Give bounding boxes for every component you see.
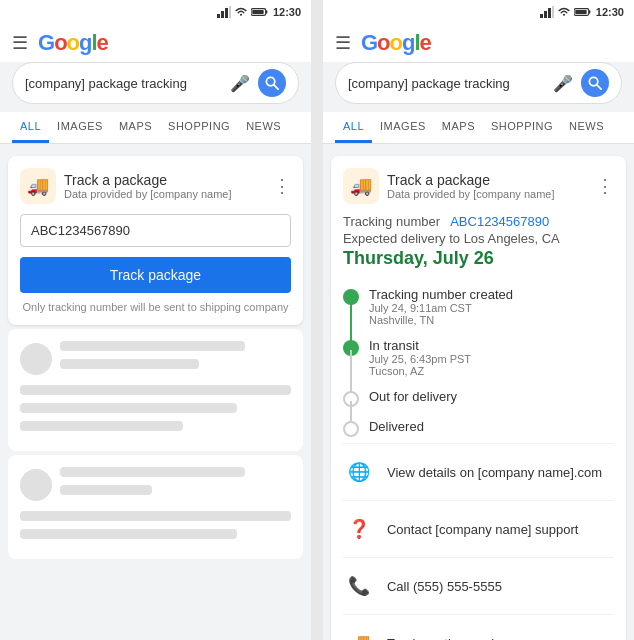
- timeline-title-4: Delivered: [369, 419, 424, 434]
- right-panel: 12:30 ☰ Google 🎤 ALL IMAGES MAPS SHOPPIN…: [323, 0, 634, 640]
- truck-icon-right: 🚚: [343, 168, 379, 204]
- timeline: Tracking number created July 24, 9:11am …: [343, 281, 614, 443]
- search-icon: [265, 76, 279, 90]
- phone-icon: 📞: [343, 570, 375, 602]
- timeline-title-1: Tracking number created: [369, 287, 513, 302]
- search-input-right[interactable]: [348, 76, 545, 91]
- status-bar-left: 12:30: [0, 0, 311, 24]
- svg-rect-3: [229, 6, 231, 18]
- track-package-button[interactable]: Track package: [20, 257, 291, 293]
- search-input-left[interactable]: [25, 76, 222, 91]
- timeline-item-3: Out for delivery: [343, 383, 614, 413]
- hamburger-menu-left[interactable]: ☰: [12, 32, 28, 54]
- status-bar-right: 12:30: [323, 0, 634, 24]
- card-header: 🚚 Track a package Data provided by [comp…: [20, 168, 291, 204]
- track-package-card: 🚚 Track a package Data provided by [comp…: [8, 156, 303, 325]
- search-bar-left[interactable]: 🎤: [12, 62, 299, 104]
- truck-icon: 🚚: [20, 168, 56, 204]
- svg-rect-0: [217, 14, 220, 18]
- skel-circle-2: [20, 469, 52, 501]
- svg-rect-9: [540, 14, 543, 18]
- truck-icon-action: 🚚: [343, 627, 375, 640]
- disclaimer-text: Only tracking number will be sent to shi…: [20, 301, 291, 313]
- tracking-number-input[interactable]: [20, 214, 291, 247]
- tab-images-right[interactable]: IMAGES: [372, 112, 434, 143]
- tab-news-left[interactable]: NEWS: [238, 112, 289, 143]
- battery-icon: [251, 6, 269, 18]
- action-contact-support[interactable]: ❓ Contact [company name] support: [343, 500, 614, 557]
- globe-icon: 🌐: [343, 456, 375, 488]
- card-subtitle: Data provided by [company name]: [64, 188, 232, 200]
- time-right: 12:30: [596, 6, 624, 18]
- svg-line-17: [597, 85, 601, 89]
- left-panel: 12:30 ☰ Google 🎤 ALL IMAGES MAPS SHOPPIN…: [0, 0, 311, 640]
- tab-all-left[interactable]: ALL: [12, 112, 49, 143]
- search-bar-right[interactable]: 🎤: [335, 62, 622, 104]
- card-header-left-right: 🚚 Track a package Data provided by [comp…: [343, 168, 555, 204]
- timeline-dot-4: [343, 421, 359, 437]
- time-left: 12:30: [273, 6, 301, 18]
- timeline-detail-2a: July 25, 6:43pm PST: [369, 353, 471, 365]
- timeline-detail-2b: Tucson, AZ: [369, 365, 471, 377]
- search-tabs-left: ALL IMAGES MAPS SHOPPING NEWS: [0, 112, 311, 144]
- svg-rect-10: [544, 11, 547, 18]
- tracking-number-row: Tracking number ABC1234567890: [343, 214, 614, 229]
- status-icons-left: [217, 6, 269, 18]
- search-button-right[interactable]: [581, 69, 609, 97]
- action-label-view: View details on [company name].com: [387, 465, 602, 480]
- search-button-left[interactable]: [258, 69, 286, 97]
- card-header-right: 🚚 Track a package Data provided by [comp…: [343, 168, 614, 204]
- header-right: ☰ Google: [323, 24, 634, 62]
- action-track-another[interactable]: 🚚 Track another package: [343, 614, 614, 640]
- tab-images-left[interactable]: IMAGES: [49, 112, 111, 143]
- mic-icon-right[interactable]: 🎤: [553, 74, 573, 93]
- card-header-left: 🚚 Track a package Data provided by [comp…: [20, 168, 232, 204]
- delivery-date: Thursday, July 26: [343, 248, 614, 269]
- timeline-item-4: Delivered: [343, 413, 614, 443]
- hamburger-menu-right[interactable]: ☰: [335, 32, 351, 54]
- tracking-details-card: 🚚 Track a package Data provided by [comp…: [331, 156, 626, 640]
- timeline-title-2: In transit: [369, 338, 471, 353]
- panel-separator: [315, 0, 319, 640]
- svg-rect-11: [548, 8, 551, 18]
- tab-all-right[interactable]: ALL: [335, 112, 372, 143]
- wifi-icon-right: [557, 6, 571, 18]
- action-call[interactable]: 📞 Call (555) 555-5555: [343, 557, 614, 614]
- action-view-details[interactable]: 🌐 View details on [company name].com: [343, 443, 614, 500]
- svg-rect-14: [589, 10, 591, 13]
- tab-news-right[interactable]: NEWS: [561, 112, 612, 143]
- search-tabs-right: ALL IMAGES MAPS SHOPPING NEWS: [323, 112, 634, 144]
- card-subtitle-right: Data provided by [company name]: [387, 188, 555, 200]
- skeleton-card-2: [8, 455, 303, 559]
- signal-icon: [217, 6, 231, 18]
- more-options-button-right[interactable]: ⋮: [596, 175, 614, 197]
- skeleton-card-1: [8, 329, 303, 451]
- svg-rect-6: [252, 10, 263, 14]
- svg-rect-15: [575, 10, 586, 14]
- content-right: 🚚 Track a package Data provided by [comp…: [323, 144, 634, 640]
- tab-shopping-right[interactable]: SHOPPING: [483, 112, 561, 143]
- svg-rect-5: [266, 10, 268, 13]
- tab-maps-left[interactable]: MAPS: [111, 112, 160, 143]
- more-options-button[interactable]: ⋮: [273, 175, 291, 197]
- tab-shopping-left[interactable]: SHOPPING: [160, 112, 238, 143]
- timeline-item-2: In transit July 25, 6:43pm PST Tucson, A…: [343, 332, 614, 383]
- google-logo-left: Google: [38, 30, 108, 56]
- mic-icon-left[interactable]: 🎤: [230, 74, 250, 93]
- timeline-detail-1a: July 24, 9:11am CST: [369, 302, 513, 314]
- signal-icon-right: [540, 6, 554, 18]
- tracking-number-link[interactable]: ABC1234567890: [450, 214, 549, 229]
- timeline-title-3: Out for delivery: [369, 389, 457, 404]
- battery-icon-right: [574, 6, 592, 18]
- tab-maps-right[interactable]: MAPS: [434, 112, 483, 143]
- svg-line-8: [274, 85, 278, 89]
- search-icon-right: [588, 76, 602, 90]
- svg-rect-1: [221, 11, 224, 18]
- action-label-track-another: Track another package: [387, 636, 519, 641]
- help-icon: ❓: [343, 513, 375, 545]
- action-label-contact: Contact [company name] support: [387, 522, 579, 537]
- timeline-detail-1b: Nashville, TN: [369, 314, 513, 326]
- wifi-icon: [234, 6, 248, 18]
- content-left: 🚚 Track a package Data provided by [comp…: [0, 144, 311, 640]
- card-title-right: Track a package: [387, 172, 555, 188]
